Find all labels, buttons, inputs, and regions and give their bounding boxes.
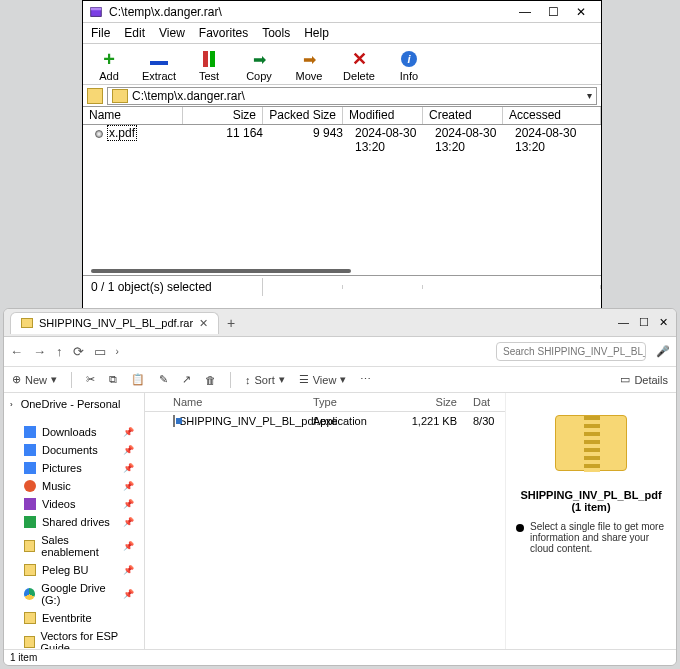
up-folder-button[interactable] <box>87 88 103 104</box>
x-icon: ✕ <box>348 48 370 70</box>
maximize-button[interactable]: ☐ <box>639 316 649 329</box>
new-tab-button[interactable]: + <box>227 315 235 331</box>
col-created[interactable]: Created <box>423 107 503 124</box>
col-name[interactable]: Name <box>165 393 305 411</box>
more-button[interactable]: ⋯ <box>360 373 371 386</box>
toolbar-move[interactable]: ➡Move <box>289 48 329 82</box>
explorer-body: › OneDrive - Personal Downloads📌 Documen… <box>4 393 676 649</box>
svg-rect-1 <box>91 7 102 10</box>
details-message: Select a single file to get more informa… <box>516 521 666 554</box>
tab-close-icon[interactable]: ✕ <box>199 317 208 330</box>
sidebar-documents[interactable]: Documents📌 <box>4 441 144 459</box>
rename-button[interactable]: ✎ <box>159 373 168 386</box>
search-voice-icon[interactable]: 🎤 <box>656 345 670 358</box>
col-name[interactable]: Name <box>83 107 183 124</box>
sidebar-peleg-bu[interactable]: Peleg BU📌 <box>4 561 144 579</box>
details-pane-button[interactable]: ▭ Details <box>620 373 668 386</box>
chevron-right-icon[interactable]: › <box>116 346 119 357</box>
horizontal-scrollbar[interactable] <box>91 269 351 273</box>
copy-button[interactable]: ⧉ <box>109 373 117 386</box>
menu-file[interactable]: File <box>91 26 110 40</box>
bullet-icon <box>516 524 524 532</box>
search-input[interactable]: Search SHIPPING_INV_PL_BL_pdf… <box>496 342 646 361</box>
toolbar-delete[interactable]: ✕Delete <box>339 48 379 82</box>
winrar-statusbar: 0 / 1 object(s) selected <box>83 275 601 297</box>
view-button[interactable]: ☰ View ▾ <box>299 373 347 386</box>
close-button[interactable]: ✕ <box>659 316 668 329</box>
sidebar-downloads[interactable]: Downloads📌 <box>4 423 144 441</box>
col-packed-size[interactable]: Packed Size <box>263 107 343 124</box>
nav-up-button[interactable]: ↑ <box>56 344 63 359</box>
toolbar-extract[interactable]: Extract <box>139 48 179 82</box>
folder-icon <box>24 636 35 648</box>
file-row[interactable]: x.pdf 11 164 9 943 2024-08-30 13:20 2024… <box>83 125 601 155</box>
tab-title: SHIPPING_INV_PL_BL_pdf.rar <box>39 317 193 329</box>
paste-button[interactable]: 📋 <box>131 373 145 386</box>
winrar-app-icon <box>89 5 103 19</box>
file-row[interactable]: SHIPPING_INV_PL_BL_pdf.exe Application 1… <box>145 412 505 430</box>
sort-button[interactable]: ↕ Sort ▾ <box>245 373 285 386</box>
info-icon: i <box>398 48 420 70</box>
details-pane: SHIPPING_INV_PL_BL_pdf (1 item) Select a… <box>506 393 676 649</box>
sidebar-videos[interactable]: Videos📌 <box>4 495 144 513</box>
sidebar-eventbrite[interactable]: Eventbrite <box>4 609 144 627</box>
path-combobox[interactable]: C:\temp\x.danger.rar\ ▾ <box>107 87 597 105</box>
file-size: 11 164 <box>189 126 269 154</box>
winrar-menubar: File Edit View Favorites Tools Help <box>83 23 601 44</box>
toolbar-info[interactable]: iInfo <box>389 48 429 82</box>
status-cell <box>423 285 601 289</box>
pin-icon: 📌 <box>123 463 134 473</box>
menu-tools[interactable]: Tools <box>262 26 290 40</box>
menu-edit[interactable]: Edit <box>124 26 145 40</box>
menu-view[interactable]: View <box>159 26 185 40</box>
menu-favorites[interactable]: Favorites <box>199 26 248 40</box>
explorer-tab[interactable]: SHIPPING_INV_PL_BL_pdf.rar ✕ <box>10 312 219 334</box>
status-selection: 0 / 1 object(s) selected <box>83 278 263 296</box>
col-type[interactable]: Type <box>305 393 395 411</box>
winrar-titlebar[interactable]: C:\temp\x.danger.rar\ — ☐ ✕ <box>83 1 601 23</box>
explorer-navbar: ← → ↑ ⟳ ▭ › Search SHIPPING_INV_PL_BL_pd… <box>4 337 676 367</box>
close-button[interactable]: ✕ <box>567 5 595 19</box>
sidebar-shared-drives[interactable]: Shared drives📌 <box>4 513 144 531</box>
chevron-down-icon[interactable]: ▾ <box>587 90 592 101</box>
sidebar-music[interactable]: Music📌 <box>4 477 144 495</box>
toolbar-test[interactable]: Test <box>189 48 229 82</box>
minimize-button[interactable]: — <box>618 316 629 329</box>
status-cell <box>263 285 343 289</box>
file-list[interactable]: x.pdf 11 164 9 943 2024-08-30 13:20 2024… <box>83 125 601 275</box>
sidebar-vectors-esp-guide[interactable]: Vectors for ESP Guide <box>4 627 144 649</box>
sidebar-sales-enablement[interactable]: Sales enablement📌 <box>4 531 144 561</box>
file-size: 1,221 KB <box>395 412 465 430</box>
sidebar-google-drive[interactable]: Google Drive (G:)📌 <box>4 579 144 609</box>
cut-button[interactable]: ✂ <box>86 373 95 386</box>
col-accessed[interactable]: Accessed <box>503 107 601 124</box>
plus-icon: + <box>98 48 120 70</box>
maximize-button[interactable]: ☐ <box>539 5 567 19</box>
pin-icon: 📌 <box>123 499 134 509</box>
pin-icon: 📌 <box>123 445 134 455</box>
file-created: 2024-08-30 13:20 <box>429 126 509 154</box>
col-size[interactable]: Size <box>395 393 465 411</box>
folder-icon <box>24 564 36 576</box>
nav-back-button[interactable]: ← <box>10 344 23 359</box>
folder-icon <box>24 612 36 624</box>
status-cell <box>343 285 423 289</box>
nav-forward-button[interactable]: → <box>33 344 46 359</box>
share-button[interactable]: ↗ <box>182 373 191 386</box>
nav-refresh-button[interactable]: ⟳ <box>73 344 84 359</box>
delete-button[interactable]: 🗑 <box>205 374 216 386</box>
music-icon <box>24 480 36 492</box>
new-button[interactable]: ⊕ New ▾ <box>12 373 57 386</box>
explorer-main: Name Type Size Dat SHIPPING_INV_PL_BL_pd… <box>145 393 676 649</box>
address-bar-icon[interactable]: ▭ <box>94 344 106 359</box>
sidebar-onedrive[interactable]: › OneDrive - Personal <box>4 395 144 413</box>
minimize-button[interactable]: — <box>511 5 539 19</box>
toolbar-copy[interactable]: ➡Copy <box>239 48 279 82</box>
sidebar-pictures[interactable]: Pictures📌 <box>4 459 144 477</box>
menu-help[interactable]: Help <box>304 26 329 40</box>
explorer-file-list[interactable]: Name Type Size Dat SHIPPING_INV_PL_BL_pd… <box>145 393 506 649</box>
col-modified[interactable]: Modified <box>343 107 423 124</box>
toolbar-add[interactable]: +Add <box>89 48 129 82</box>
col-date[interactable]: Dat <box>465 393 505 411</box>
col-size[interactable]: Size <box>183 107 263 124</box>
